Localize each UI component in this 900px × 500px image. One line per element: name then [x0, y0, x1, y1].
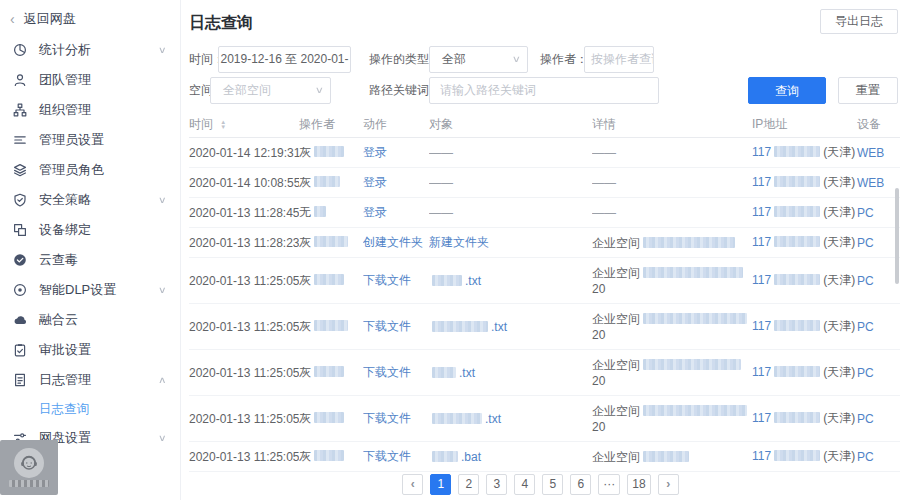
device-link[interactable]: PC [857, 366, 874, 380]
cell-link[interactable]: 新建文件夹 [429, 235, 489, 249]
operation-type-select[interactable]: 全部 ∨ [429, 46, 528, 73]
cell-link[interactable]: 117 [752, 145, 771, 159]
redacted-text [774, 236, 820, 247]
action-link[interactable]: 登录 [363, 205, 387, 219]
sidebar-item-device-binding[interactable]: 设备绑定 [0, 215, 180, 245]
device-link[interactable]: PC [857, 274, 874, 288]
action-link[interactable]: 下载文件 [363, 273, 411, 287]
main-panel: 日志查询 导出日志 时间： 2019-12-16 至 2020-01-16 操作… [181, 0, 900, 500]
device-link[interactable]: PC [857, 320, 874, 334]
cell-device[interactable]: WEB [857, 176, 900, 190]
sort-icon[interactable]: ▲▼ [220, 120, 226, 130]
cell-link[interactable]: 117 [752, 365, 771, 379]
cell-action[interactable]: 下载文件 [363, 410, 429, 427]
cell-link[interactable]: 117 [752, 235, 771, 249]
sidebar-item-team[interactable]: 团队管理 [0, 65, 180, 95]
sidebar-item-admin-roles[interactable]: 管理员角色 [0, 155, 180, 185]
sidebar-item-cloud-virus-scan[interactable]: 云查毒 [0, 245, 180, 275]
cell-device[interactable]: PC [857, 320, 900, 334]
cell-device[interactable]: PC [857, 274, 900, 288]
action-link[interactable]: 下载文件 [363, 411, 411, 425]
table-row: 2020-01-13 11:28:45无登录————117(天津)PC [189, 198, 900, 228]
cell-time: 2020-01-13 11:25:05 [189, 412, 299, 426]
sidebar-subitem-log-query[interactable]: 日志查询 [0, 395, 180, 423]
cell-action[interactable]: 登录 [363, 204, 429, 221]
sidebar-item-dlp-settings[interactable]: 智能DLP设置∨ [0, 275, 180, 305]
cell-action[interactable]: 下载文件 [363, 448, 429, 465]
device-link[interactable]: WEB [857, 146, 884, 160]
sidebar-item-fusion-cloud[interactable]: 融合云 [0, 305, 180, 335]
space-select[interactable]: 全部空间 ∨ [210, 77, 331, 104]
device-link[interactable]: WEB [857, 176, 884, 190]
sidebar-item-security[interactable]: 安全策略∨ [0, 185, 180, 215]
cell-device[interactable]: PC [857, 450, 900, 464]
cell-link[interactable]: 117 [752, 449, 771, 463]
reset-button[interactable]: 重置 [838, 77, 898, 104]
log-icon [12, 373, 27, 388]
cell-link[interactable]: .txt [459, 366, 475, 380]
cell-link[interactable]: 117 [752, 411, 771, 425]
date-range-input[interactable]: 2019-12-16 至 2020-01-16 [218, 46, 351, 73]
action-link[interactable]: 创建文件夹 [363, 235, 423, 249]
action-link[interactable]: 下载文件 [363, 449, 411, 463]
cell-action[interactable]: 下载文件 [363, 272, 429, 289]
page-button-6[interactable]: 6 [570, 474, 591, 495]
cell-device[interactable]: PC [857, 412, 900, 426]
sidebar-item-admin-settings[interactable]: 管理员设置 [0, 125, 180, 155]
cell-operator: 灰 [299, 144, 363, 161]
cell-link[interactable]: .txt [491, 320, 507, 334]
back-to-netdisk-button[interactable]: ‹ 返回网盘 [0, 6, 180, 32]
sidebar-item-approval[interactable]: 审批设置 [0, 335, 180, 365]
prev-page-button[interactable]: ‹ [402, 474, 423, 495]
search-button[interactable]: 查询 [748, 77, 826, 104]
scrollbar-thumb[interactable] [895, 188, 899, 284]
cell-object: .txt [429, 274, 592, 288]
table-row: 2020-01-13 11:28:23灰创建文件夹新建文件夹企业空间117(天津… [189, 228, 900, 258]
cell-action[interactable]: 下载文件 [363, 364, 429, 381]
cell-link[interactable]: 117 [752, 205, 771, 219]
cell-link[interactable]: 117 [752, 273, 771, 287]
cell-link[interactable]: .bat [461, 450, 481, 464]
operator-input[interactable]: 按操作者查询 [584, 46, 654, 73]
page-ellipsis[interactable]: ··· [598, 474, 620, 495]
action-link[interactable]: 下载文件 [363, 365, 411, 379]
col-time[interactable]: 时间 ▲▼ [189, 116, 299, 133]
cell-action[interactable]: 登录 [363, 174, 429, 191]
page-button-5[interactable]: 5 [542, 474, 563, 495]
cell-link[interactable]: .txt [465, 274, 481, 288]
page-button-4[interactable]: 4 [514, 474, 535, 495]
cell-text: 企业空间 [592, 312, 640, 326]
device-link[interactable]: PC [857, 206, 874, 220]
action-link[interactable]: 登录 [363, 175, 387, 189]
cell-action[interactable]: 下载文件 [363, 318, 429, 335]
cell-device[interactable]: PC [857, 206, 900, 220]
filter-bar: 时间： 2019-12-16 至 2020-01-16 操作的类型： 全部 ∨ … [189, 46, 900, 106]
cell-link[interactable]: .txt [485, 412, 501, 426]
cell-object: —— [429, 176, 592, 190]
sidebar-item-label: 设备绑定 [39, 221, 91, 239]
page-button-1[interactable]: 1 [430, 474, 451, 495]
next-page-button[interactable]: › [658, 474, 679, 495]
cell-action[interactable]: 登录 [363, 144, 429, 161]
page-button-2[interactable]: 2 [458, 474, 479, 495]
action-link[interactable]: 登录 [363, 145, 387, 159]
cell-link[interactable]: 117 [752, 175, 771, 189]
cell-device[interactable]: PC [857, 236, 900, 250]
export-logs-button[interactable]: 导出日志 [820, 9, 898, 34]
support-avatar[interactable] [0, 440, 58, 495]
action-link[interactable]: 下载文件 [363, 319, 411, 333]
cell-device[interactable]: WEB [857, 146, 900, 160]
device-link[interactable]: PC [857, 450, 874, 464]
cell-device[interactable]: PC [857, 366, 900, 380]
page-button-3[interactable]: 3 [486, 474, 507, 495]
page-button-18[interactable]: 18 [627, 474, 650, 495]
cell-action[interactable]: 创建文件夹 [363, 234, 429, 251]
path-keyword-input[interactable]: 请输入路径关键词 [429, 77, 659, 104]
device-link[interactable]: PC [857, 236, 874, 250]
sidebar-item-log-management[interactable]: 日志管理∧ [0, 365, 180, 395]
device-link[interactable]: PC [857, 412, 874, 426]
sidebar-item-stats[interactable]: 统计分析∨ [0, 35, 180, 65]
sidebar-item-org[interactable]: 组织管理 [0, 95, 180, 125]
page-title: 日志查询 [189, 13, 253, 34]
cell-link[interactable]: 117 [752, 319, 771, 333]
